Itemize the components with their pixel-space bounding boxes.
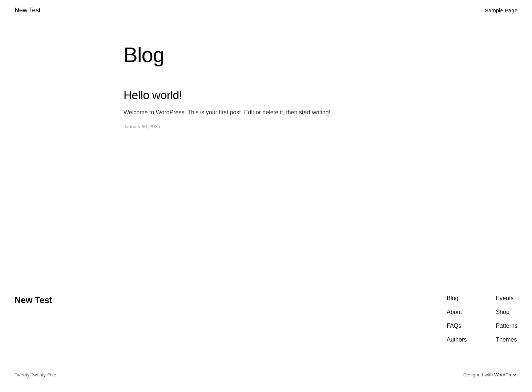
site-footer: New Test Blog About FAQs Authors Events … (0, 273, 532, 392)
footer-nav-col-1: Blog About FAQs Authors (447, 295, 467, 343)
footer-nav-blog[interactable]: Blog (447, 295, 467, 302)
post-date: January 30, 2025 (124, 124, 160, 129)
footer-wordpress-link[interactable]: WordPress (494, 372, 517, 377)
footer-nav-about[interactable]: About (447, 309, 467, 315)
main-content: Blog Hello world! Welcome to WordPress. … (0, 21, 532, 273)
footer-credit: Designed with WordPress (463, 372, 517, 377)
main-nav: Sample Page (485, 7, 517, 14)
post-title-link[interactable]: Hello world! (124, 89, 182, 102)
footer-nav-authors[interactable]: Authors (447, 336, 467, 343)
site-header: New Test Sample Page (0, 0, 532, 21)
post-excerpt: Welcome to WordPress. This is your first… (124, 108, 517, 117)
footer-nav-themes[interactable]: Themes (496, 336, 517, 343)
footer-nav-col-2: Events Shop Patterns Themes (496, 295, 517, 343)
footer-brand[interactable]: New Test (15, 295, 52, 305)
footer-nav-patterns[interactable]: Patterns (496, 323, 517, 329)
post-entry: Hello world! Welcome to WordPress. This … (124, 89, 517, 130)
footer-nav-faqs[interactable]: FAQs (447, 323, 467, 329)
footer-theme-name: Twenty Twenty-Five (15, 372, 56, 377)
nav-sample-page[interactable]: Sample Page (485, 7, 517, 13)
footer-nav-events[interactable]: Events (496, 295, 517, 302)
footer-credit-text: Designed with (463, 372, 493, 377)
page-title: Blog (124, 42, 517, 67)
site-title[interactable]: New Test (15, 7, 40, 14)
footer-nav: Blog About FAQs Authors Events Shop Patt… (447, 295, 517, 343)
footer-bottom: Twenty Twenty-Five Designed with WordPre… (15, 365, 517, 377)
footer-nav-shop[interactable]: Shop (496, 309, 517, 315)
